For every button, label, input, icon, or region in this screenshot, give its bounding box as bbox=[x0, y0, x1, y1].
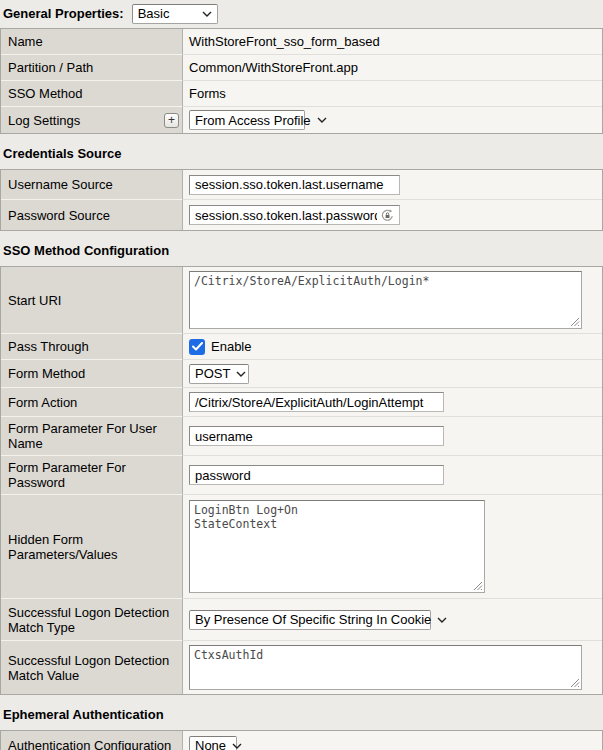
table-row: SSO Method Forms bbox=[1, 81, 602, 107]
pass-through-checkbox[interactable] bbox=[189, 339, 205, 355]
start-uri-textarea[interactable]: /Citrix/StoreA/ExplicitAuth/Login* bbox=[189, 271, 582, 329]
table-row: Successful Logon Detection Match Type By… bbox=[1, 599, 602, 641]
password-source-cell bbox=[182, 200, 602, 230]
form-action-input[interactable] bbox=[189, 392, 444, 412]
table-row: Partition / Path Common/WithStoreFront.a… bbox=[1, 55, 602, 81]
log-settings-label: Log Settings bbox=[8, 113, 80, 128]
general-properties-label: General Properties: bbox=[3, 6, 124, 21]
password-source-input[interactable] bbox=[189, 205, 400, 225]
form-parameter-password-cell bbox=[182, 456, 602, 495]
table-row: Form Parameter For User Name bbox=[1, 417, 602, 456]
pass-through-cell: Enable bbox=[182, 334, 602, 360]
logon-detection-match-type-value: By Presence Of Specific String In Cookie bbox=[195, 612, 431, 627]
chevron-down-icon bbox=[437, 617, 447, 623]
logon-detection-match-type-label: Successful Logon Detection Match Type bbox=[1, 599, 182, 641]
form-action-cell bbox=[182, 388, 602, 417]
logon-detection-match-type-cell: By Presence Of Specific String In Cookie bbox=[182, 599, 602, 641]
start-uri-label: Start URI bbox=[1, 267, 182, 334]
logon-detection-match-value-label: Successful Logon Detection Match Value bbox=[1, 641, 182, 694]
password-source-label: Password Source bbox=[1, 200, 182, 230]
form-method-select-value: POST bbox=[195, 366, 230, 381]
log-settings-select-value: From Access Profile bbox=[195, 113, 311, 128]
log-settings-value-cell: From Access Profile bbox=[182, 107, 602, 133]
credentials-source-heading: Credentials Source bbox=[3, 146, 603, 162]
chevron-down-icon bbox=[317, 117, 327, 123]
add-log-settings-button[interactable]: + bbox=[164, 113, 179, 128]
form-method-select[interactable]: POST bbox=[189, 364, 249, 384]
name-label: Name bbox=[1, 29, 182, 55]
start-uri-cell: /Citrix/StoreA/ExplicitAuth/Login* bbox=[182, 267, 602, 334]
form-parameter-user-name-input[interactable] bbox=[189, 426, 444, 446]
table-row: Username Source bbox=[1, 170, 602, 200]
hidden-form-parameters-cell: LoginBtn Log+On StateContext bbox=[182, 495, 602, 599]
form-parameter-password-label: Form Parameter For Password bbox=[1, 456, 182, 495]
log-settings-select[interactable]: From Access Profile bbox=[189, 110, 305, 130]
sso-method-value: Forms bbox=[182, 81, 602, 107]
ephemeral-authentication-table: Authentication Configuration None bbox=[0, 730, 603, 750]
authentication-configuration-label: Authentication Configuration bbox=[1, 731, 182, 750]
resize-grip-icon[interactable] bbox=[473, 581, 483, 591]
hidden-form-parameters-label: Hidden Form Parameters/Values bbox=[1, 495, 182, 599]
table-row: Form Action bbox=[1, 388, 602, 417]
table-row: Password Source bbox=[1, 200, 602, 230]
username-source-label: Username Source bbox=[1, 170, 182, 200]
checkmark-icon bbox=[192, 342, 203, 351]
chevron-down-icon bbox=[232, 743, 242, 749]
ephemeral-authentication-heading: Ephemeral Authentication bbox=[3, 707, 603, 723]
table-row: Log Settings + From Access Profile bbox=[1, 107, 602, 133]
authentication-configuration-select[interactable]: None bbox=[189, 736, 237, 750]
sso-method-configuration-heading: SSO Method Configuration bbox=[3, 243, 603, 259]
pass-through-checkbox-label: Enable bbox=[211, 339, 251, 354]
table-row: Form Method POST bbox=[1, 360, 602, 388]
authentication-configuration-cell: None bbox=[182, 731, 602, 750]
log-settings-label-cell: Log Settings + bbox=[1, 107, 182, 133]
credentials-source-table: Username Source Password Source bbox=[0, 169, 603, 231]
form-action-label: Form Action bbox=[1, 388, 182, 417]
table-row: Successful Logon Detection Match Value C… bbox=[1, 641, 602, 694]
form-parameter-user-name-label: Form Parameter For User Name bbox=[1, 417, 182, 456]
hidden-form-parameters-textarea[interactable]: LoginBtn Log+On StateContext bbox=[189, 500, 485, 593]
chevron-down-icon bbox=[236, 371, 246, 377]
general-properties-table: Name WithStoreFront_sso_form_based Parti… bbox=[0, 28, 603, 134]
properties-view-value: Basic bbox=[138, 6, 170, 21]
logon-detection-match-value-cell: CtxsAuthId bbox=[182, 641, 602, 694]
authentication-configuration-value: None bbox=[195, 738, 226, 750]
form-method-cell: POST bbox=[182, 360, 602, 388]
form-parameter-password-input[interactable] bbox=[189, 465, 444, 485]
username-source-cell bbox=[182, 170, 602, 200]
form-method-label: Form Method bbox=[1, 360, 182, 388]
general-properties-header: General Properties: Basic bbox=[0, 0, 603, 28]
table-row: Name WithStoreFront_sso_form_based bbox=[1, 29, 602, 55]
table-row: Start URI /Citrix/StoreA/ExplicitAuth/Lo… bbox=[1, 267, 602, 334]
properties-view-select[interactable]: Basic bbox=[132, 4, 218, 24]
sso-method-label: SSO Method bbox=[1, 81, 182, 107]
form-parameter-user-name-cell bbox=[182, 417, 602, 456]
resize-grip-icon[interactable] bbox=[570, 317, 580, 327]
name-value: WithStoreFront_sso_form_based bbox=[182, 29, 602, 55]
resize-grip-icon[interactable] bbox=[570, 678, 580, 688]
table-row: Pass Through Enable bbox=[1, 334, 602, 360]
table-row: Authentication Configuration None bbox=[1, 731, 602, 750]
table-row: Hidden Form Parameters/Values LoginBtn L… bbox=[1, 495, 602, 599]
username-source-input[interactable] bbox=[189, 175, 400, 195]
pass-through-label: Pass Through bbox=[1, 334, 182, 360]
table-row: Form Parameter For Password bbox=[1, 456, 602, 495]
logon-detection-match-type-select[interactable]: By Presence Of Specific String In Cookie bbox=[189, 610, 431, 630]
chevron-down-icon bbox=[202, 11, 212, 17]
logon-detection-match-value-textarea[interactable]: CtxsAuthId bbox=[189, 645, 582, 690]
partition-path-label: Partition / Path bbox=[1, 55, 182, 81]
partition-path-value: Common/WithStoreFront.app bbox=[182, 55, 602, 81]
sso-method-configuration-table: Start URI /Citrix/StoreA/ExplicitAuth/Lo… bbox=[0, 266, 603, 695]
